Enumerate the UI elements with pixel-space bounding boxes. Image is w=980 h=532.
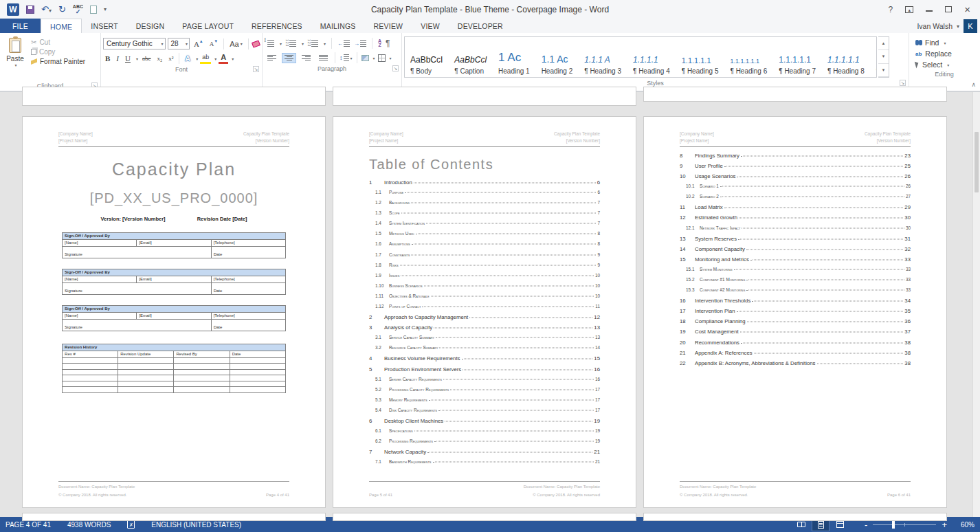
bullets-icon[interactable] bbox=[267, 40, 274, 47]
toc-entry[interactable]: 6Desktop Client Machines19 bbox=[369, 418, 600, 428]
tab-insert[interactable]: INSERT bbox=[82, 19, 127, 33]
word-count[interactable]: 4938 WORDS bbox=[67, 521, 111, 529]
undo-icon[interactable]: ↶▾ bbox=[41, 5, 52, 14]
style-h4[interactable]: 1.1.1.1¶ Heading 4 bbox=[627, 37, 676, 77]
decrease-indent-icon[interactable]: ← bbox=[337, 40, 350, 47]
style-h1[interactable]: 1 AcHeading 1 bbox=[493, 37, 536, 77]
dialog-launcher-icon[interactable]: ↘ bbox=[253, 66, 259, 72]
proofing-icon[interactable]: ✗ bbox=[127, 520, 135, 529]
style-h7[interactable]: 1.1.1.1.1¶ Heading 7 bbox=[773, 37, 822, 77]
font-size-combobox[interactable]: 28▾ bbox=[168, 38, 190, 49]
toc-entry[interactable]: 1.1Purpose6 bbox=[369, 190, 600, 200]
customize-qat-icon[interactable]: ▾ bbox=[104, 6, 107, 12]
page-indicator[interactable]: PAGE 4 OF 41 bbox=[5, 521, 51, 529]
toc-entry[interactable]: 5.4Disk Capacity Requirements17 bbox=[369, 408, 600, 418]
bold-button[interactable]: B bbox=[103, 53, 112, 64]
vertical-scrollbar[interactable] bbox=[972, 92, 980, 517]
collapse-ribbon-icon[interactable]: ∧ bbox=[971, 81, 976, 88]
paste-button[interactable]: Paste ▾ bbox=[2, 35, 28, 80]
toc-entry[interactable]: 2Approach to Capacity Management12 bbox=[369, 314, 600, 324]
style-h6[interactable]: 1.1.1.1.1.1¶ Heading 6 bbox=[724, 37, 773, 77]
strikethrough-button[interactable]: abc bbox=[140, 53, 153, 64]
toc-entry[interactable]: 1.10Business Scenarios10 bbox=[369, 283, 600, 293]
page-toc-1[interactable]: [Company Name][Project Name] Capacity Pl… bbox=[333, 116, 636, 508]
subscript-button[interactable]: x₂ bbox=[155, 53, 164, 64]
dialog-launcher-icon[interactable]: ↘ bbox=[900, 80, 906, 86]
toc-entry[interactable]: 8Findings Summary23 bbox=[680, 153, 911, 163]
toc-entry[interactable]: 6.2Processing Requirements19 bbox=[369, 439, 600, 449]
select-button[interactable]: Select▾ bbox=[915, 60, 976, 69]
toc-entry[interactable]: 20Recommendations38 bbox=[680, 340, 911, 350]
toc-entry[interactable]: 1Introduction6 bbox=[369, 179, 600, 190]
toc-entry[interactable]: 1.4System Identification7 bbox=[369, 221, 600, 231]
replace-button[interactable]: abReplace bbox=[915, 49, 976, 58]
style-h2[interactable]: 1.1 AcHeading 2 bbox=[536, 37, 579, 77]
show-formatting-icon[interactable]: ¶ bbox=[386, 38, 390, 48]
toc-entry[interactable]: 15.3Component #2 Monitoring33 bbox=[680, 287, 911, 298]
zoom-slider-thumb[interactable] bbox=[892, 521, 895, 529]
close-icon[interactable]: × bbox=[964, 3, 970, 15]
toc-entry[interactable]: 13System Reserves31 bbox=[680, 236, 911, 246]
toc-entry[interactable]: 14Component Capacity32 bbox=[680, 246, 911, 256]
toc-entry[interactable]: 3.2Resource Capacity Summary14 bbox=[369, 345, 600, 355]
help-icon[interactable]: ? bbox=[889, 5, 893, 14]
zoom-percentage[interactable]: 60% bbox=[957, 521, 975, 529]
clear-formatting-icon[interactable] bbox=[252, 40, 260, 47]
line-spacing-icon[interactable]: ↕▾ bbox=[339, 54, 353, 61]
tab-page-layout[interactable]: PAGE LAYOUT bbox=[173, 19, 243, 33]
edit-document-icon[interactable] bbox=[90, 5, 97, 14]
dialog-launcher-icon[interactable]: ↘ bbox=[392, 65, 399, 71]
toc-entry[interactable]: 4Business Volume Requirements15 bbox=[369, 355, 600, 366]
style-caption[interactable]: AaBbCcl¶ Caption bbox=[449, 37, 493, 77]
toc-entry[interactable]: 1.3Scope7 bbox=[369, 210, 600, 221]
toc-entry[interactable]: 15.2Component #1 Monitoring33 bbox=[680, 277, 911, 287]
minimize-icon[interactable] bbox=[926, 8, 933, 12]
find-button[interactable]: Find▾ bbox=[915, 38, 976, 47]
toc-entry[interactable]: 5Production Environment Servers16 bbox=[369, 366, 600, 377]
toc-entry[interactable]: 10.1Scenario 126 bbox=[680, 184, 911, 194]
style-h9[interactable]: 1.1.1.1.1.¶ Heading 9 bbox=[871, 37, 877, 77]
zoom-in-button[interactable]: + bbox=[942, 520, 947, 529]
toc-entry[interactable]: 1.6Assumptions8 bbox=[369, 241, 600, 252]
align-center-button[interactable] bbox=[282, 53, 296, 63]
toc-entry[interactable]: 1.12Points of Contact11 bbox=[369, 304, 600, 314]
toc-entry[interactable]: 10Usage Scenarios26 bbox=[680, 173, 911, 184]
zoom-slider[interactable] bbox=[873, 524, 936, 525]
grow-font-button[interactable]: A▲ bbox=[192, 38, 205, 49]
language-indicator[interactable]: ENGLISH (UNITED STATES) bbox=[151, 521, 241, 529]
document-canvas[interactable]: [Company Name][Project Name] Capacity Pl… bbox=[0, 91, 980, 517]
tab-home[interactable]: HOME bbox=[41, 19, 82, 33]
toc-entry[interactable]: 22Appendix B: Acronyms, Abbreviations & … bbox=[680, 360, 911, 370]
shrink-font-button[interactable]: A▼ bbox=[208, 38, 220, 49]
text-highlight-button[interactable]: ab bbox=[200, 53, 211, 64]
copy-button[interactable]: Copy bbox=[31, 48, 85, 56]
style-body[interactable]: AaBbCcI¶ Body bbox=[405, 37, 449, 77]
page-cover[interactable]: [Company Name][Project Name] Capacity Pl… bbox=[22, 116, 326, 508]
toc-entry[interactable]: 18Compliance Planning36 bbox=[680, 318, 911, 329]
toc-entry[interactable]: 16Intervention Thresholds34 bbox=[680, 298, 911, 308]
toc-entry[interactable]: 12.1Network Traffic Impact30 bbox=[680, 225, 911, 236]
toc-entry[interactable]: 1.8Risks9 bbox=[369, 263, 600, 273]
toc-entry[interactable]: 1.11Objectives & Rationale10 bbox=[369, 293, 600, 304]
toc-entry[interactable]: 15Monitoring and Metrics33 bbox=[680, 256, 911, 267]
tab-file[interactable]: FILE bbox=[0, 19, 41, 33]
toc-entry[interactable]: 3Analysis of Capacity13 bbox=[369, 324, 600, 335]
toc-entry[interactable]: 1.5Methods Used8 bbox=[369, 231, 600, 241]
toc-entry[interactable]: 7Network Capacity21 bbox=[369, 449, 600, 459]
toc-entry[interactable]: 5.2Processing Capacity Requirements17 bbox=[369, 387, 600, 397]
toc-entry[interactable]: 1.7Constraints9 bbox=[369, 252, 600, 263]
scrollbar-thumb[interactable] bbox=[975, 132, 979, 192]
style-h5[interactable]: 1.1.1.1.1¶ Heading 5 bbox=[676, 37, 725, 77]
borders-icon[interactable] bbox=[378, 54, 386, 62]
tab-design[interactable]: DESIGN bbox=[127, 19, 173, 33]
font-name-combobox[interactable]: Century Gothic▾ bbox=[103, 38, 166, 49]
justify-button[interactable] bbox=[316, 53, 331, 63]
tab-mailings[interactable]: MAILINGS bbox=[311, 19, 365, 33]
toc-entry[interactable]: 21Appendix A: References38 bbox=[680, 350, 911, 360]
toc-entry[interactable]: 15.1System Monitoring33 bbox=[680, 267, 911, 277]
page-toc-2[interactable]: [Company Name][Project Name] Capacity Pl… bbox=[643, 116, 947, 508]
align-right-button[interactable] bbox=[299, 53, 313, 63]
toc-entry[interactable]: 11Load Matrix29 bbox=[680, 204, 911, 214]
toc-entry[interactable]: 19Cost Management37 bbox=[680, 329, 911, 339]
toc-entry[interactable]: 17Intervention Plan35 bbox=[680, 308, 911, 318]
